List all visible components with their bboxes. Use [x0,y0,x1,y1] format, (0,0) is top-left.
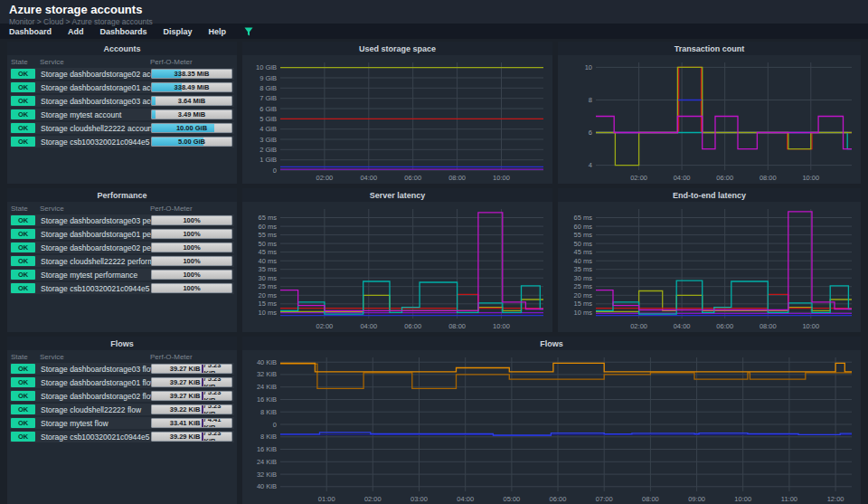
service-link[interactable]: Storage dashboardstorage03 account [35,97,151,106]
chart-transaction-count[interactable]: 4681002:0004:0006:0008:0010:00 [558,55,861,184]
perf-o-meter[interactable]: 39.27 KiB/ 5.23 KiB [151,391,232,401]
table-row: OKStorage dashboardstorage02 account338.… [10,68,234,80]
svg-text:20 ms: 20 ms [259,291,278,300]
table-body-accounts: OKStorage dashboardstorage02 account338.… [7,68,237,149]
svg-text:24 KiB: 24 KiB [257,458,277,466]
perf-o-meter[interactable]: 3.49 MiB [151,109,232,119]
service-link[interactable]: Storage cloudshell22222 flow [35,405,151,414]
menu-dashboards[interactable]: Dashboards [100,27,147,36]
svg-text:16 KiB: 16 KiB [257,445,277,453]
chart-used-storage-space[interactable]: 01 GiB2 GiB3 GiB4 GiB5 GiB6 GiB7 GiB8 Gi… [242,55,552,184]
svg-text:40 KiB: 40 KiB [257,358,277,366]
panel-title-performance: Performance [7,188,237,202]
state-badge[interactable]: OK [11,404,35,414]
perf-value-out: / 5.23 KiB [203,365,231,373]
state-badge[interactable]: OK [11,137,35,147]
chart-title-end-to-end-latency: End-to-end latency [558,188,861,202]
svg-text:35 ms: 35 ms [259,265,278,273]
service-link[interactable]: Storage dashboardstorage02 flow [35,392,151,401]
perf-o-meter[interactable]: 10.00 GiB [151,123,232,133]
service-link[interactable]: Storage cloudshell22222 performance [35,257,151,266]
table-header: State Service Perf-O-Meter [7,55,237,68]
service-link[interactable]: Storage mytest account [35,110,151,119]
svg-text:02:00: 02:00 [316,174,334,182]
state-badge[interactable]: OK [11,123,35,133]
perf-o-meter[interactable]: 338.35 MiB [151,69,232,79]
service-link[interactable]: Storage dashboardstorage01 account [35,83,151,92]
service-link[interactable]: Storage dashboardstorage02 performance [35,243,151,252]
service-link[interactable]: Storage mytest flow [35,419,151,428]
state-badge[interactable]: OK [11,364,35,374]
service-link[interactable]: Storage csb100320021c0944e5 flow [35,433,151,442]
svg-text:45 ms: 45 ms [259,248,278,256]
svg-text:08:00: 08:00 [760,322,777,330]
service-link[interactable]: Storage csb100320021c0944e5 account [35,138,151,147]
service-link[interactable]: Storage dashboardstorage03 flow [35,365,151,374]
menu-dashboard[interactable]: Dashboard [9,27,52,36]
perf-o-meter[interactable]: 100% [151,283,232,293]
service-link[interactable]: Storage mytest performance [35,271,151,280]
svg-text:06:00: 06:00 [404,174,421,182]
menu-display[interactable]: Display [164,27,193,36]
perf-o-meter[interactable]: 3.64 MiB [151,96,232,106]
svg-text:2 GiB: 2 GiB [259,146,277,154]
perf-o-meter[interactable]: 100% [151,270,232,280]
chart-end-to-end-latency[interactable]: 10 ms15 ms20 ms25 ms30 ms35 ms40 ms45 ms… [558,202,861,332]
perf-o-meter[interactable]: 100% [151,229,232,239]
svg-text:35 ms: 35 ms [574,265,593,273]
state-badge[interactable]: OK [11,270,35,280]
svg-text:10: 10 [585,63,592,71]
state-badge[interactable]: OK [11,242,35,252]
state-badge[interactable]: OK [11,215,35,225]
perf-o-meter[interactable]: 338.49 MiB [151,82,232,92]
svg-text:09:00: 09:00 [688,495,705,503]
service-link[interactable]: Storage dashboardstorage01 performance [35,230,151,239]
state-badge[interactable]: OK [11,377,35,387]
perf-o-meter[interactable]: 39.29 KiB/ 5.23 KiB [151,432,232,442]
table-row: OKStorage csb100320021c0944e5 account5.0… [10,136,234,147]
perf-o-meter[interactable]: 39.27 KiB/ 5.23 KiB [151,377,232,387]
state-badge[interactable]: OK [11,69,35,79]
state-badge[interactable]: OK [11,432,35,442]
svg-text:24 KiB: 24 KiB [257,383,277,391]
state-badge[interactable]: OK [11,229,35,239]
svg-text:4: 4 [589,161,592,169]
state-badge[interactable]: OK [11,109,35,119]
chart-flows[interactable]: 40 KiB32 KiB24 KiB16 KiB8 KiB08 KiB16 Ki… [242,350,861,504]
chart-server-latency[interactable]: 10 ms15 ms20 ms25 ms30 ms35 ms40 ms45 ms… [242,202,552,332]
table-row: OKStorage cloudshell22222 flow39.22 KiB/… [10,404,234,415]
svg-text:05:00: 05:00 [504,495,521,503]
state-badge[interactable]: OK [11,391,35,401]
filter-icon[interactable] [244,27,253,36]
state-badge[interactable]: OK [11,82,35,92]
perf-o-meter[interactable]: 5.00 GiB [151,137,232,147]
menu-add[interactable]: Add [68,27,84,36]
menu-help[interactable]: Help [209,27,227,36]
perf-o-meter[interactable]: 39.22 KiB/ 5.23 KiB [151,404,232,414]
state-badge[interactable]: OK [11,96,35,106]
state-badge[interactable]: OK [11,256,35,266]
state-badge[interactable]: OK [11,283,35,293]
perf-o-meter[interactable]: 100% [151,256,232,266]
perf-value: 100% [152,271,231,279]
svg-text:8 KiB: 8 KiB [260,433,277,441]
panel-used-storage-space: Used storage space 01 GiB2 GiB3 GiB4 GiB… [242,42,552,184]
service-link[interactable]: Storage cloudshell22222 account [35,124,151,133]
menu-bar: Dashboard Add Dashboards Display Help [0,24,868,39]
perf-o-meter[interactable]: 100% [151,242,232,252]
svg-text:1 GiB: 1 GiB [259,156,277,164]
svg-text:6 GiB: 6 GiB [259,105,277,113]
perf-o-meter[interactable]: 33.41 KiB/ 4.41 KiB [151,418,232,428]
state-badge[interactable]: OK [11,418,35,428]
perf-value: 338.35 MiB [152,70,231,78]
svg-text:10:00: 10:00 [802,322,819,330]
page-header: Azure storage accounts Monitor > Cloud >… [0,0,868,24]
service-link[interactable]: Storage csb100320021c0944e5 performance [35,284,151,293]
service-link[interactable]: Storage dashboardstorage02 account [35,70,151,79]
perf-o-meter[interactable]: 100% [151,215,232,225]
service-link[interactable]: Storage dashboardstorage03 performance [35,216,151,225]
perf-o-meter[interactable]: 39.27 KiB/ 5.23 KiB [151,364,232,374]
svg-text:06:00: 06:00 [404,322,421,330]
table-row: OKStorage dashboardstorage01 account338.… [10,81,234,93]
service-link[interactable]: Storage dashboardstorage01 flow [35,378,151,387]
